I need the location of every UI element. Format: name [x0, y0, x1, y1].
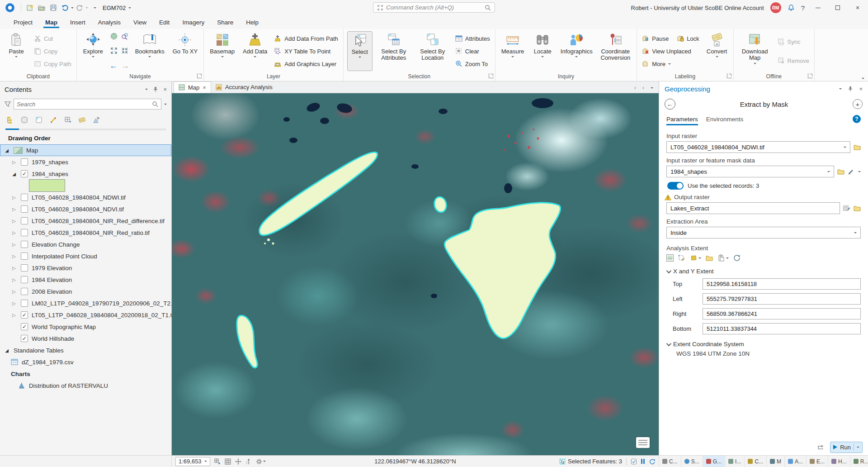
more-labeling-button[interactable]: More [641, 60, 700, 68]
layer-checkbox[interactable] [21, 229, 28, 236]
expander-icon[interactable]: ▷ [11, 301, 17, 306]
layer-checkbox[interactable] [21, 194, 28, 201]
browse-extent-button[interactable] [706, 254, 713, 262]
lock-labels-button[interactable]: Lock [675, 34, 700, 43]
dock-tab-modify[interactable]: M [767, 456, 785, 467]
view-unplaced-button[interactable]: View Unplaced [641, 47, 700, 55]
undo-button[interactable] [60, 3, 70, 13]
layer-row[interactable]: ▷ Interpolated Point Cloud [0, 250, 171, 262]
dock-tab-attributes[interactable]: A... [785, 456, 807, 467]
panel-menu-caret[interactable] [839, 88, 842, 90]
input-raster-combobox[interactable]: LT05_046028_19840804_NDWI.tif [666, 141, 850, 153]
layer-row[interactable]: ▷ 1979 Elevation [0, 262, 171, 274]
tab-help[interactable]: Help [241, 15, 264, 29]
layer-row[interactable]: ▷ Elevation Change [0, 238, 171, 250]
go-to-xy-button[interactable]: Go To XY [170, 31, 200, 71]
dock-tab-geoprocessing[interactable]: G... [703, 456, 725, 467]
close-panel-icon[interactable]: × [859, 86, 863, 92]
expander-icon[interactable]: ▷ [11, 195, 17, 200]
command-search[interactable]: Command Search (Alt+Q) [373, 2, 495, 13]
layer-checkbox[interactable] [21, 217, 28, 224]
copy-button[interactable]: Copy [33, 47, 73, 55]
expander-icon[interactable]: ▷ [11, 277, 17, 282]
expander-icon[interactable]: ◢ [11, 172, 17, 176]
expander-icon[interactable]: ▷ [11, 289, 17, 294]
reset-extent-button[interactable] [733, 254, 741, 262]
layer-row[interactable]: ▷ LM02_L1TP_049028_19790719_20200906_02_… [0, 297, 171, 309]
browse-folder-icon[interactable] [854, 143, 861, 151]
layer-checkbox[interactable] [21, 158, 28, 166]
coordinate-conversion-button[interactable]: Coordinate Conversion [598, 31, 633, 71]
extent-of-layer-button[interactable] [690, 254, 701, 262]
tab-environments[interactable]: Environments [706, 114, 744, 124]
selection-launcher-icon[interactable] [489, 73, 494, 78]
minimize-button[interactable] [811, 2, 825, 14]
layer-checkbox[interactable]: ✓ [21, 323, 28, 330]
tab-list-caret[interactable] [651, 87, 653, 89]
pause-drawing-icon[interactable] [641, 459, 645, 464]
previous-extent-button[interactable]: ← [109, 62, 118, 70]
dock-tab-create[interactable]: C... [745, 456, 767, 467]
expander-icon[interactable]: ◢ [4, 148, 10, 153]
layer-checkbox[interactable] [21, 241, 28, 248]
browse-folder-icon[interactable] [854, 205, 861, 212]
expander-icon[interactable]: ▷ [11, 230, 17, 235]
browse-folder-icon[interactable] [837, 168, 844, 175]
run-options-caret[interactable] [857, 447, 859, 448]
zoom-selection-icon[interactable] [121, 33, 128, 40]
selected-lakes-group[interactable] [237, 152, 561, 367]
sync-button[interactable]: Sync [776, 38, 811, 46]
layer-checkbox[interactable] [21, 253, 28, 260]
convert-labels-button[interactable]: A Convert [704, 31, 730, 71]
edit-options-caret[interactable] [858, 171, 861, 172]
measure-button[interactable]: Measure [499, 31, 527, 71]
list-by-labeling-icon[interactable] [79, 116, 86, 124]
layer-checkbox[interactable] [21, 300, 28, 307]
expander-icon[interactable]: ▷ [11, 242, 17, 247]
labeling-launcher-icon[interactable] [727, 73, 732, 78]
zoom-to-selection-button[interactable]: Zoom To [454, 60, 491, 68]
tab-analysis[interactable]: Analysis [93, 15, 126, 29]
collapse-ribbon-caret[interactable] [862, 78, 864, 79]
expander-icon[interactable]: ▷ [11, 254, 17, 259]
close-button[interactable]: × [851, 2, 864, 14]
expander-icon[interactable]: ▷ [11, 207, 17, 212]
cut-button[interactable]: Cut [33, 34, 73, 43]
add-graphics-layer-button[interactable]: Add Graphics Layer [273, 60, 340, 68]
tab-map[interactable]: Map [40, 15, 63, 29]
select-mode-icon[interactable] [631, 458, 637, 465]
layer-row[interactable]: ◢ ✓ 1984_shapes [0, 168, 171, 180]
pin-icon[interactable] [847, 86, 854, 92]
full-extent-icon[interactable] [110, 33, 118, 40]
expander-icon[interactable]: ▷ [11, 313, 17, 318]
maximize-button[interactable] [831, 2, 844, 14]
pause-labeling-button[interactable]: Pause [641, 34, 670, 43]
dock-tab-raster[interactable]: R... [850, 456, 868, 467]
open-project-button[interactable] [37, 3, 47, 13]
clear-selection-button[interactable]: Clear [454, 47, 491, 55]
offline-launcher-icon[interactable] [808, 73, 813, 78]
layer-row[interactable]: ▷ LT05_046028_19840804_NDVI.tif [0, 203, 171, 215]
layer-row[interactable]: ▷ ✓ LT05_L1TP_046028_19840804_20200918_0… [0, 309, 171, 321]
list-by-snapping-icon[interactable] [64, 116, 71, 124]
scroll-tabs-right-icon[interactable]: › [642, 85, 644, 91]
layer-checkbox[interactable] [21, 205, 28, 213]
run-button[interactable]: Run [830, 442, 863, 453]
tab-share[interactable]: Share [212, 15, 239, 29]
project-switcher[interactable]: EGM702 [103, 5, 131, 11]
copy-path-button[interactable]: Copy Path [33, 60, 73, 68]
dock-tab-symbology[interactable]: S... [681, 456, 703, 467]
dock-tab-history[interactable]: H... [828, 456, 850, 467]
output-raster-input[interactable] [666, 202, 840, 214]
mask-data-combobox[interactable]: 1984_shapes [666, 166, 834, 177]
list-by-data-source-icon[interactable] [21, 116, 28, 124]
new-project-button[interactable] [25, 3, 35, 13]
layer-row[interactable]: ▷ LT05_046028_19840804_NIR_Red_ratio.tif [0, 227, 171, 238]
extent-cs-section-header[interactable]: Extent Coordinate System [666, 341, 861, 348]
undo-dropdown-caret[interactable] [71, 7, 74, 9]
filter-icon[interactable] [5, 101, 11, 107]
attributes-button[interactable]: Attributes [454, 34, 491, 43]
dock-tab-catalog[interactable]: C... [659, 456, 681, 467]
expander-icon[interactable]: ◢ [4, 348, 10, 353]
fixed-zoom-in-icon[interactable] [110, 47, 118, 54]
